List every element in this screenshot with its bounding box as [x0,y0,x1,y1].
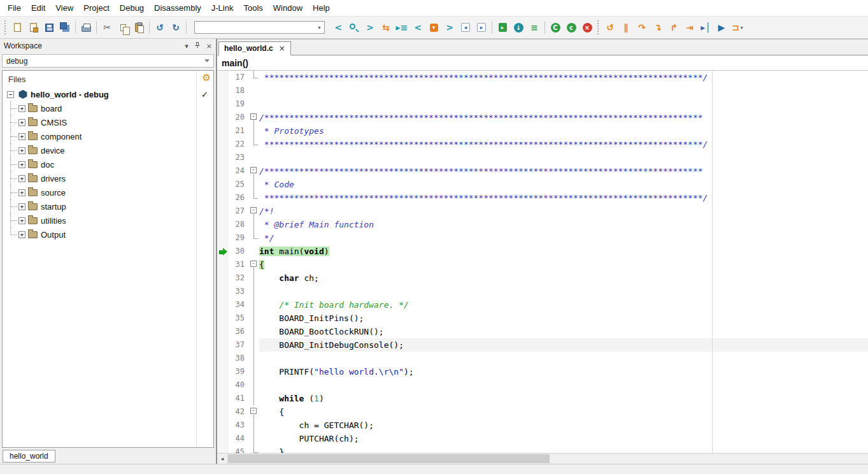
breakpoint-gutter[interactable] [217,365,229,378]
expand-icon[interactable]: + [18,161,25,168]
dropdown-caret-icon[interactable] [204,59,210,65]
download-and-debug-icon[interactable]: ▸ [495,20,510,35]
code-line-45[interactable]: 45 } [217,445,868,453]
toggle-source-disassembly-icon[interactable]: ⇆ [378,20,394,35]
breakpoint-gutter[interactable] [217,138,229,151]
code-line-31[interactable]: 31-{ [217,258,868,271]
breakpoint-gutter[interactable] [217,258,229,271]
tab-close-icon[interactable]: × [279,44,285,53]
next-bookmark-icon[interactable]: > [442,20,457,35]
code-line-20[interactable]: 20-/************************************… [217,111,868,124]
step-into-icon[interactable]: ↴ [650,20,665,35]
breakpoint-gutter[interactable] [217,245,229,258]
panel-menu-icon[interactable]: ▾ [185,42,189,50]
expand-icon[interactable]: + [18,175,25,182]
breakpoint-gutter[interactable] [217,298,229,312]
workspace-tab-hello-world[interactable]: hello_world [3,450,55,463]
code-line-34[interactable]: 34 /* Init board hardware. */ [217,298,868,312]
build-log-icon[interactable]: ≡ [527,20,542,35]
expand-icon[interactable]: + [18,203,25,210]
collapse-fold-icon[interactable]: - [250,261,257,267]
code-line-30[interactable]: 30int main(void) [217,245,868,258]
redo-icon[interactable]: ↻ [168,20,183,35]
code-line-43[interactable]: 43 ch = GETCHAR(); [217,419,868,432]
code-editor[interactable]: 17 *************************************… [217,71,868,453]
combo-dropdown-icon[interactable]: ▾ [315,25,324,31]
toolbar-grip[interactable] [4,20,7,34]
expand-icon[interactable]: + [18,231,25,238]
function-selector-bar[interactable]: main() [217,55,868,71]
tree-item-project-root[interactable]: −hello_world - debug✓ [3,87,213,101]
make-icon[interactable]: c [564,20,579,35]
undo-icon[interactable]: ↺ [152,20,167,35]
breakpoint-gutter[interactable] [217,231,229,245]
code-line-19[interactable]: 19 [217,97,868,111]
breakpoint-gutter[interactable] [217,191,229,205]
code-line-18[interactable]: 18 [217,84,868,97]
breakpoint-gutter[interactable] [217,378,229,392]
menu-file[interactable]: File [3,1,26,15]
breakpoint-gutter[interactable] [217,285,229,298]
code-line-21[interactable]: 21 * Prototypes [217,124,868,138]
code-line-37[interactable]: 37 BOARD_InitDebugConsole(); [217,338,868,352]
dropdown-caret-icon[interactable]: ▾ [741,25,743,31]
toolbar-grip[interactable] [597,20,600,34]
collapse-fold-icon[interactable]: - [250,113,257,120]
toggle-breakpoint-icon[interactable]: ▾ [426,20,441,35]
menu-window[interactable]: Window [268,1,308,15]
breakpoint-gutter[interactable] [217,445,229,453]
navigate-forward-icon[interactable]: > [362,20,378,35]
code-line-38[interactable]: 38 [217,352,868,365]
tree-item-drivers[interactable]: +drivers [3,171,213,185]
pin-icon[interactable] [194,41,201,51]
expand-icon[interactable]: + [18,119,25,126]
tree-item-output[interactable]: +Output [3,227,213,241]
breakpoint-gutter[interactable] [217,124,229,138]
cut-icon[interactable]: ✂ [99,20,115,35]
tree-item-startup[interactable]: +startup [3,199,213,213]
tree-item-utilities[interactable]: +utilities [3,213,213,227]
code-line-25[interactable]: 25 * Code [217,178,868,191]
close-panel-icon[interactable]: × [206,42,212,50]
code-line-36[interactable]: 36 BOARD_BootClockRUN(); [217,325,868,338]
code-line-42[interactable]: 42- { [217,405,868,419]
open-document-icon[interactable] [25,20,41,35]
breakpoint-gutter[interactable] [217,338,229,352]
code-line-32[interactable]: 32 char ch; [217,271,868,285]
breakpoint-gutter[interactable] [217,405,229,419]
code-line-26[interactable]: 26 *************************************… [217,191,868,205]
code-line-27[interactable]: 27-/*! [217,205,868,218]
save-all-icon[interactable] [57,20,73,35]
configuration-dropdown[interactable]: debug [2,54,214,68]
menu-disassembly[interactable]: Disassembly [149,1,206,15]
breakpoint-gutter[interactable] [217,111,229,124]
fold-margin[interactable]: - [249,164,259,178]
expand-icon[interactable]: + [18,189,25,196]
save-icon[interactable] [41,20,57,35]
breakpoint-gutter[interactable] [217,84,229,97]
breakpoint-gutter[interactable] [217,312,229,325]
tree-item-device[interactable]: +device [3,143,213,157]
stop-debugging-icon[interactable]: ⊐▾ [730,20,745,35]
tree-item-board[interactable]: +board [3,101,213,115]
navigate-backward-icon[interactable]: < [331,20,346,35]
settings-gear-icon[interactable]: ⚙ [203,73,211,83]
tree-item-component[interactable]: +component [3,129,213,143]
collapse-icon[interactable]: − [7,91,14,98]
breakpoint-gutter[interactable] [217,164,229,178]
code-line-29[interactable]: 29 */ [217,231,868,245]
menu-tools[interactable]: Tools [238,1,267,15]
collapse-fold-icon[interactable]: - [250,408,257,414]
code-line-17[interactable]: 17 *************************************… [217,71,868,84]
step-over-icon[interactable]: ↷ [634,20,650,35]
menu-edit[interactable]: Edit [26,1,50,15]
menu-j-link[interactable]: J-Link [206,1,239,15]
code-line-22[interactable]: 22 *************************************… [217,138,868,151]
next-function-icon[interactable]: ▸ [474,20,489,35]
breakpoint-gutter[interactable] [217,271,229,285]
print-icon[interactable] [78,20,94,35]
breakpoint-gutter[interactable] [217,218,229,231]
expand-icon[interactable]: + [18,147,25,154]
break-icon[interactable]: ∥ [618,20,634,35]
tree-item-cmsis[interactable]: +CMSIS [3,115,213,129]
